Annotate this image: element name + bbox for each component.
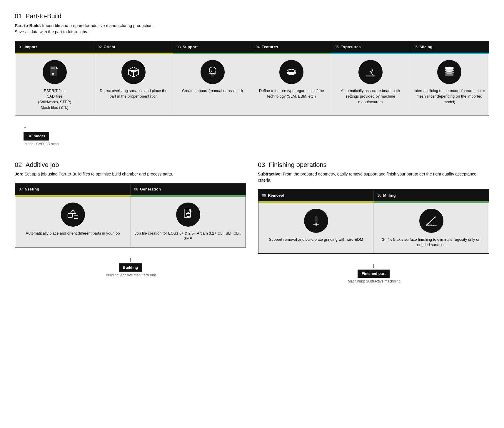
section2-output: ↓ Building Building: Additive manufactur… xyxy=(15,256,246,278)
section2-title: 02 Additive job xyxy=(15,160,246,170)
section3-badge-label: Machining: Subtractive machining xyxy=(348,279,400,284)
section1-header: 01Import02Orient03Support04Features05Exp… xyxy=(15,41,489,53)
header-cell-01: 01Import xyxy=(15,41,94,53)
section1-badge-label: Model: CAD, 3D scan xyxy=(25,142,59,147)
svg-point-11 xyxy=(445,67,454,70)
sections-2-3: 02 Additive job Job: Set up a job using … xyxy=(15,160,489,284)
arrow-icon-3: ↓ xyxy=(372,263,375,268)
cell-icon-3 xyxy=(279,60,303,84)
cell-icon-1 xyxy=(121,60,146,84)
svg-rect-17 xyxy=(315,216,317,223)
section3-desc: Subtractive: From the prepared geometry,… xyxy=(258,171,489,183)
workflow-cell-5: Internal slicing of the model (parametri… xyxy=(410,54,489,116)
workflow-cell-8: Support removal and build plate grinding… xyxy=(258,203,374,253)
cell-icon-7 xyxy=(176,203,200,227)
section2-content: Automatically place and orient different… xyxy=(15,197,246,247)
workflow-cell-4: Automatically associate beam path settin… xyxy=(331,54,410,116)
section2-badge-label: Building: Additive manufacturing xyxy=(106,273,156,278)
header-cell-08: 08Generation xyxy=(131,184,246,195)
workflow-cell-3: Define a feature type regardless of the … xyxy=(252,54,331,116)
section1-title: 01 Part-to-Build xyxy=(15,12,489,21)
cell-text-4: Automatically associate beam path settin… xyxy=(334,88,407,105)
arrow-icon: ↑ xyxy=(24,125,26,131)
section3-col: 03 Finishing operations Subtractive: Fro… xyxy=(258,160,489,284)
section1-content: ESPRIT files CAD files (Solidworks, STEP… xyxy=(15,54,489,116)
svg-rect-14 xyxy=(74,215,78,218)
cell-text-2: Create support (manual or assisted) xyxy=(182,88,243,94)
header-cell-07: 07Nesting xyxy=(15,184,131,195)
header-cell-06: 06Slicing xyxy=(410,41,489,53)
section3-badge: Finished part xyxy=(358,270,390,278)
section2-badge: Building xyxy=(119,263,142,272)
svg-point-16 xyxy=(186,214,190,217)
section2-col: 02 Additive job Job: Set up a job using … xyxy=(15,160,246,284)
workflow-cell-0: ESPRIT files CAD files (Solidworks, STEP… xyxy=(15,54,94,116)
cell-icon-6 xyxy=(61,203,85,227)
workflow-cell-2: Create support (manual or assisted) xyxy=(173,54,252,116)
svg-rect-7 xyxy=(366,75,376,76)
section3-content: Support removal and build plate grinding… xyxy=(258,203,489,253)
arrow-icon-2: ↓ xyxy=(129,256,132,262)
section2-header: 07Nesting08Generation xyxy=(15,184,246,195)
header-cell-05: 05Exposures xyxy=(331,41,410,53)
svg-point-4 xyxy=(209,67,216,74)
header-cell-04: 04Features xyxy=(252,41,331,53)
workflow-cell-9: 3-, 4-, 5-axis surface finishing to elim… xyxy=(374,203,489,253)
cell-text-1: Detect overhang surfaces and place the p… xyxy=(97,88,170,99)
section1-desc: Part-to-Build: Import file and prepare f… xyxy=(15,23,489,35)
svg-rect-1 xyxy=(51,67,55,68)
cell-text-9: 3-, 4-, 5-axis surface finishing to elim… xyxy=(377,237,486,248)
cell-text-3: Define a feature type regardless of the … xyxy=(255,88,328,99)
workflow-cell-1: Detect overhang surfaces and place the p… xyxy=(94,54,173,116)
header-cell-10: 10Milling xyxy=(374,190,489,201)
section2-table: 07Nesting08Generation Automatically plac… xyxy=(15,183,246,248)
cell-icon-9 xyxy=(419,209,443,233)
section2-desc: Job: Set up a job using Part-to-Build fi… xyxy=(15,171,246,177)
cell-text-8: Support removal and build plate grinding… xyxy=(269,237,363,243)
workflow-cell-6: Automatically place and orient different… xyxy=(15,197,131,247)
svg-rect-2 xyxy=(51,68,55,69)
section3-header: 09Removal10Milling xyxy=(258,190,489,201)
cell-icon-0 xyxy=(43,60,67,84)
header-cell-03: 03Support xyxy=(173,41,252,53)
header-cell-09: 09Removal xyxy=(258,190,374,201)
section3-title: 03 Finishing operations xyxy=(258,160,489,170)
svg-marker-13 xyxy=(70,210,76,213)
cell-text-7: Job file creation for EOS1.6+ & 2.5+ Arc… xyxy=(133,231,243,242)
cell-icon-2 xyxy=(201,60,225,84)
cell-icon-4 xyxy=(358,60,383,84)
cell-text-0: ESPRIT files CAD files (Solidworks, STEP… xyxy=(38,88,71,110)
cell-text-6: Automatically place and orient different… xyxy=(26,231,120,236)
section1-table: 01Import02Orient03Support04Features05Exp… xyxy=(15,41,489,116)
cell-icon-8 xyxy=(304,209,328,233)
section3-output: ↓ Finished part Machining: Subtractive m… xyxy=(258,263,489,284)
section1-badge: 3D model xyxy=(24,132,49,140)
cell-icon-5 xyxy=(437,60,461,84)
cell-text-5: Internal slicing of the model (parametri… xyxy=(413,88,486,105)
section3-table: 09Removal10Milling Support removal and b… xyxy=(258,189,489,254)
workflow-cell-7: Job file creation for EOS1.6+ & 2.5+ Arc… xyxy=(131,197,246,247)
svg-rect-12 xyxy=(68,213,72,217)
section1-output: ↑ 3D model Model: CAD, 3D scan xyxy=(24,125,489,146)
header-cell-02: 02Orient xyxy=(94,41,173,53)
